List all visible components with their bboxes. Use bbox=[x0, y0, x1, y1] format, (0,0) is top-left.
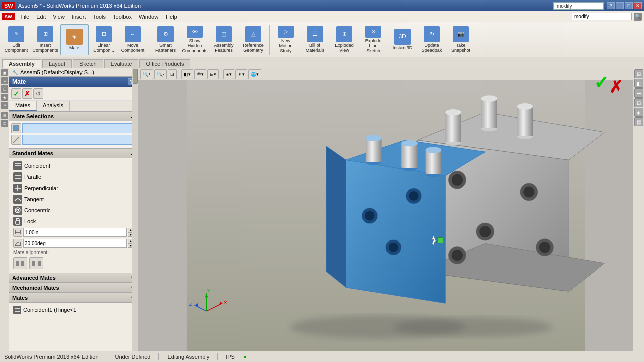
menu-toolbox[interactable]: Toolbox bbox=[110, 13, 135, 21]
panel-icon-six[interactable]: ⊡ bbox=[1, 120, 8, 127]
rp-btn-3[interactable]: ☰ bbox=[634, 88, 643, 98]
feature-tree-header: 🔧 Assem5 (Default<Display S...) bbox=[9, 68, 138, 77]
tab-mates[interactable]: Mates bbox=[9, 101, 37, 111]
help-btn[interactable]: ? bbox=[607, 2, 615, 9]
coincident-label: Coincident bbox=[24, 163, 50, 169]
toolbar-btn-reference-geometry[interactable]: △ ReferenceGeometry bbox=[239, 24, 267, 55]
rp-btn-4[interactable]: ⊡ bbox=[634, 98, 643, 107]
ambient-btn[interactable]: ☀▾ bbox=[235, 69, 247, 79]
tab-evaluate[interactable]: Evaluate bbox=[104, 59, 139, 68]
cancel-overlay[interactable]: ✗ bbox=[609, 77, 623, 97]
search-box-title[interactable]: modify bbox=[553, 2, 604, 10]
sel-input-2[interactable] bbox=[22, 135, 136, 145]
toolbar-btn-insert[interactable]: ⊞ InsertComponents bbox=[31, 24, 59, 55]
zoom-out-btn[interactable]: 🔍- bbox=[154, 69, 167, 79]
mates-list-item[interactable]: Coincident1 (Hinge<1 bbox=[11, 305, 136, 315]
parallel-label: Parallel bbox=[24, 174, 43, 180]
reset-btn[interactable]: ↺ bbox=[33, 88, 43, 99]
toolbar-btn-instant3d[interactable]: 3D Instant3D bbox=[388, 24, 417, 55]
angle-input[interactable] bbox=[23, 239, 127, 248]
bill-icon: ☰ bbox=[307, 26, 323, 42]
toolbar-btn-move[interactable]: ↔ MoveComponent bbox=[119, 24, 147, 55]
toolbar-btn-take-snapshot[interactable]: 📷 TakeSnapshot bbox=[447, 24, 475, 55]
panel-icon-config[interactable]: ⊞ bbox=[1, 85, 8, 93]
toolbar-btn-smart-fasteners[interactable]: ⚙ SmartFasteners bbox=[151, 24, 180, 55]
mate-label: Mate bbox=[69, 46, 79, 51]
rp-btn-1[interactable]: ⊞ bbox=[634, 69, 643, 78]
search-input[interactable] bbox=[572, 13, 632, 20]
search-icon[interactable]: 🔍 bbox=[634, 13, 642, 21]
toolbar-btn-mate[interactable]: ◈ Mate bbox=[60, 24, 89, 55]
title-bar: SW Assem5 * - SolidWorks Premium 2013 x6… bbox=[0, 0, 644, 11]
window-controls: modify ? ─ □ ✕ bbox=[553, 2, 642, 10]
tab-analysis[interactable]: Analysis bbox=[37, 101, 70, 111]
panel-icon-tree[interactable]: ▣ bbox=[1, 69, 8, 76]
solidworks-logo[interactable]: SW bbox=[2, 13, 15, 20]
distance-input[interactable] bbox=[23, 228, 127, 237]
toolbar-btn-linear[interactable]: ⊟ LinearCompon... bbox=[90, 24, 118, 55]
alignment-label: Mate alignment: bbox=[11, 249, 136, 256]
cancel-btn[interactable]: ✗ bbox=[22, 88, 32, 99]
scroll-thumb[interactable] bbox=[133, 69, 138, 84]
align-btn-1[interactable] bbox=[13, 257, 27, 269]
toolbar-btn-new-motion[interactable]: ▷ NewMotionStudy bbox=[272, 24, 300, 55]
scene-btn[interactable]: 🌐▾ bbox=[248, 69, 261, 79]
toolbar-btn-edit-component[interactable]: ✎ Edit Component bbox=[2, 24, 30, 55]
menu-file[interactable]: File bbox=[18, 13, 33, 21]
zoom-in-btn[interactable]: 🔍+ bbox=[140, 69, 153, 79]
confirm-overlay[interactable]: ✓ bbox=[594, 72, 609, 94]
rp-btn-2[interactable]: ◧ bbox=[634, 79, 643, 88]
toolbar-btn-update-speedpak[interactable]: ↻ UpdateSpeedpak bbox=[418, 24, 446, 55]
mate-perpendicular[interactable]: Perpendicular bbox=[11, 183, 136, 194]
menu-window[interactable]: Window bbox=[136, 13, 162, 21]
mate-selections-header[interactable]: Mate Selections ▲ bbox=[9, 111, 138, 121]
toolbar-btn-show-hidden[interactable]: 👁 Show HiddenComponents bbox=[181, 24, 209, 55]
panel-icon-scenes[interactable]: ☀ bbox=[1, 102, 8, 109]
tab-sketch[interactable]: Sketch bbox=[73, 59, 103, 68]
mate-panel-title: Mate bbox=[12, 78, 26, 85]
toolbar-btn-bill[interactable]: ☰ Bill ofMaterials bbox=[301, 24, 329, 55]
menu-help[interactable]: Help bbox=[163, 13, 180, 21]
maximize-btn[interactable]: □ bbox=[625, 2, 633, 9]
tab-layout[interactable]: Layout bbox=[42, 59, 72, 68]
rp-btn-6[interactable]: ▤ bbox=[634, 117, 643, 126]
fit-view-btn[interactable]: ⊡ bbox=[168, 69, 177, 79]
toolbar-btn-assembly-features[interactable]: ◫ AssemblyFeatures bbox=[210, 24, 238, 55]
tab-assembly[interactable]: Assembly bbox=[2, 59, 41, 68]
rp-btn-5[interactable]: ◈ bbox=[634, 108, 643, 117]
display-style-btn[interactable]: ◧▾ bbox=[181, 69, 193, 79]
mechanical-mates-header[interactable]: Mechanical Mates ▼ bbox=[9, 283, 138, 293]
mate-concentric[interactable]: Concentric bbox=[11, 205, 136, 216]
panel-icon-props[interactable]: ≡ bbox=[1, 77, 8, 84]
hide-show-btn[interactable]: 👁▾ bbox=[194, 69, 206, 79]
toolbar-btn-explode-line[interactable]: ⊗ ExplodeLineSketch bbox=[359, 24, 387, 55]
mate-coincident[interactable]: Coincident bbox=[11, 160, 136, 171]
menu-edit[interactable]: Edit bbox=[33, 13, 49, 21]
panel-icon-tags[interactable]: ⊟ bbox=[1, 112, 8, 119]
section-view-btn[interactable]: ⊟▾ bbox=[207, 69, 219, 79]
sel-input-1[interactable] bbox=[22, 123, 136, 133]
menu-tools[interactable]: Tools bbox=[90, 13, 109, 21]
svg-rect-17 bbox=[32, 261, 35, 266]
status-sep-1 bbox=[107, 353, 107, 360]
mate-parallel[interactable]: Parallel bbox=[11, 171, 136, 183]
mates-list-header[interactable]: Mates ▼ bbox=[9, 293, 138, 303]
mate-tangent[interactable]: Tangent bbox=[11, 194, 136, 205]
mate-lock[interactable]: Lock bbox=[11, 216, 136, 227]
menu-view[interactable]: View bbox=[50, 13, 68, 21]
svg-rect-62 bbox=[426, 150, 442, 173]
smart-fasteners-label: SmartFasteners bbox=[155, 43, 176, 53]
minimize-btn[interactable]: ─ bbox=[616, 2, 624, 9]
panel-icon-display[interactable]: ◈ bbox=[1, 94, 8, 101]
tab-office-products[interactable]: Office Products bbox=[139, 59, 190, 68]
advanced-mates-header[interactable]: Advanced Mates ▼ bbox=[9, 273, 138, 283]
render-btn[interactable]: ◈▾ bbox=[223, 69, 234, 79]
confirm-btn[interactable]: ✓ bbox=[11, 88, 21, 99]
close-btn[interactable]: ✕ bbox=[634, 2, 642, 9]
vp-sep2 bbox=[221, 70, 221, 79]
toolbar-btn-exploded[interactable]: ⊕ ExplodedView bbox=[330, 24, 358, 55]
menu-insert[interactable]: Insert bbox=[69, 13, 89, 21]
standard-mates-header[interactable]: Standard Mates ▲ bbox=[9, 148, 138, 158]
align-btn-2[interactable] bbox=[29, 257, 43, 269]
panel-scrollbar[interactable] bbox=[132, 68, 138, 351]
